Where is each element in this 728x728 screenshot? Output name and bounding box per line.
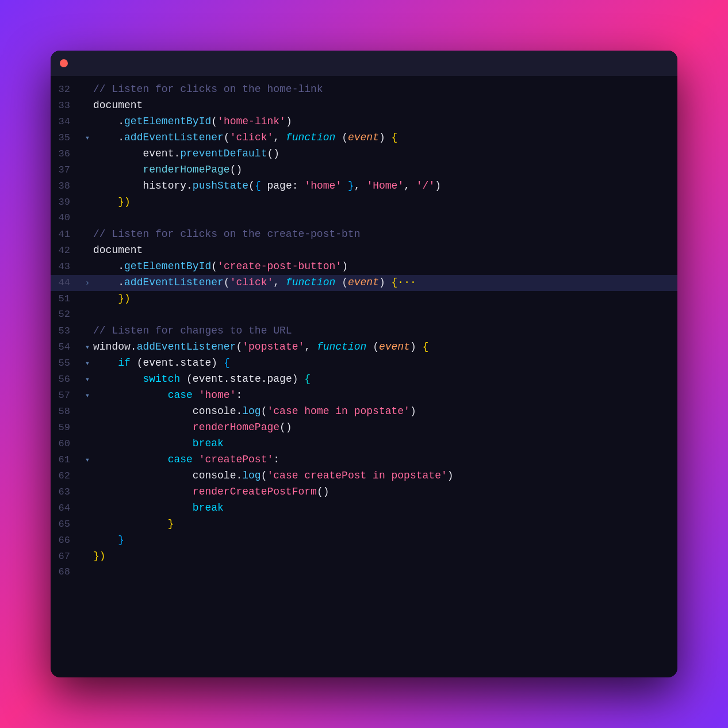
- line-number: 53: [51, 324, 82, 339]
- editor-window: 32// Listen for clicks on the home-link3…: [51, 51, 677, 677]
- line-number: 43: [51, 259, 82, 274]
- line-content: }): [93, 194, 677, 210]
- line-number: 41: [51, 227, 82, 242]
- line-number: 38: [51, 179, 82, 194]
- code-line: 60 break: [51, 436, 677, 452]
- line-number: 51: [51, 292, 82, 306]
- code-line: 63 renderCreatePostForm(): [51, 484, 677, 500]
- code-line: 37 renderHomePage(): [51, 162, 677, 178]
- code-line: 64 break: [51, 500, 677, 516]
- line-number: 40: [51, 210, 82, 225]
- line-number: 42: [51, 243, 82, 258]
- line-content: break: [93, 436, 677, 452]
- line-number: 67: [51, 549, 82, 564]
- line-content: break: [93, 500, 677, 516]
- line-content: window.addEventListener('popstate', func…: [93, 339, 677, 355]
- fold-icon[interactable]: ▾: [82, 374, 93, 386]
- code-line: 56▾ switch (event.state.page) {: [51, 371, 677, 388]
- line-number: 37: [51, 163, 82, 178]
- code-line: 51 }): [51, 291, 677, 307]
- line-number: 32: [51, 82, 82, 97]
- line-number: 34: [51, 114, 82, 129]
- code-line: 36 event.preventDefault(): [51, 146, 677, 162]
- code-line: 35▾ .addEventListener('click', function …: [51, 130, 677, 146]
- code-line: 32// Listen for clicks on the home-link: [51, 82, 677, 98]
- line-number: 55: [51, 356, 82, 371]
- traffic-light-close[interactable]: [60, 59, 68, 67]
- code-line: 57▾ case 'home':: [51, 388, 677, 404]
- code-line: 68: [51, 565, 677, 581]
- code-line: 59 renderHomePage(): [51, 420, 677, 436]
- fold-icon[interactable]: ▾: [82, 342, 93, 354]
- line-number: 60: [51, 436, 82, 451]
- code-line: 41// Listen for clicks on the create-pos…: [51, 227, 677, 243]
- code-line: 58 console.log('case home in popstate'): [51, 404, 677, 420]
- line-number: 57: [51, 388, 82, 403]
- code-line: 55▾ if (event.state) {: [51, 355, 677, 371]
- line-content: // Listen for changes to the URL: [93, 323, 677, 339]
- fold-icon[interactable]: ▾: [82, 132, 93, 145]
- line-content: .getElementById('create-post-button'): [93, 259, 677, 275]
- line-content: renderHomePage(): [93, 420, 677, 436]
- line-content: renderHomePage(): [93, 162, 677, 178]
- line-content: }): [93, 291, 677, 307]
- code-line: 40: [51, 210, 677, 227]
- code-line: 44› .addEventListener('click', function …: [51, 275, 677, 291]
- line-number: 44: [51, 275, 82, 290]
- line-number: 52: [51, 307, 82, 322]
- line-content: // Listen for clicks on the create-post-…: [93, 227, 677, 243]
- code-line: 34 .getElementById('home-link'): [51, 114, 677, 130]
- line-content: .addEventListener('click', function (eve…: [93, 275, 677, 291]
- code-line: 62 console.log('case createPost in popst…: [51, 468, 677, 484]
- line-content: console.log('case home in popstate'): [93, 404, 677, 420]
- line-content: console.log('case createPost in popstate…: [93, 468, 677, 484]
- code-line: 65 }: [51, 516, 677, 532]
- code-line: 53// Listen for changes to the URL: [51, 323, 677, 339]
- line-number: 33: [51, 98, 82, 113]
- fold-icon[interactable]: ▾: [82, 454, 93, 467]
- code-line: 61▾ case 'createPost':: [51, 452, 677, 468]
- line-number: 63: [51, 485, 82, 500]
- fold-icon[interactable]: ▾: [82, 390, 93, 403]
- line-number: 54: [51, 340, 82, 355]
- line-content: case 'home':: [93, 388, 677, 404]
- code-line: 43 .getElementById('create-post-button'): [51, 259, 677, 275]
- line-content: renderCreatePostForm(): [93, 484, 677, 500]
- code-line: 39 }): [51, 194, 677, 210]
- code-line: 54▾window.addEventListener('popstate', f…: [51, 339, 677, 355]
- line-content: event.preventDefault(): [93, 146, 677, 162]
- code-area: 32// Listen for clicks on the home-link3…: [51, 76, 677, 677]
- line-content: }: [93, 516, 677, 532]
- line-number: 66: [51, 533, 82, 548]
- title-bar: [51, 51, 677, 76]
- code-line: 42document: [51, 243, 677, 259]
- line-number: 68: [51, 565, 82, 580]
- line-number: 58: [51, 404, 82, 419]
- fold-icon[interactable]: ▾: [82, 358, 93, 370]
- line-content: if (event.state) {: [93, 355, 677, 371]
- line-number: 39: [51, 195, 82, 210]
- line-content: document: [93, 98, 677, 114]
- line-number: 62: [51, 469, 82, 484]
- line-number: 35: [51, 131, 82, 145]
- line-number: 65: [51, 517, 82, 532]
- line-number: 36: [51, 147, 82, 162]
- line-number: 59: [51, 420, 82, 435]
- code-line: 52: [51, 307, 677, 323]
- line-content: .getElementById('home-link'): [93, 114, 677, 130]
- line-content: // Listen for clicks on the home-link: [93, 82, 677, 98]
- line-content: }): [93, 549, 677, 565]
- code-line: 67}): [51, 549, 677, 565]
- line-number: 56: [51, 372, 82, 387]
- fold-icon[interactable]: ›: [82, 277, 93, 290]
- line-number: 61: [51, 453, 82, 468]
- code-line: 38 history.pushState({ page: 'home' }, '…: [51, 178, 677, 194]
- line-content: switch (event.state.page) {: [93, 371, 677, 388]
- line-content: case 'createPost':: [93, 452, 677, 468]
- line-number: 64: [51, 501, 82, 516]
- line-content: .addEventListener('click', function (eve…: [93, 130, 677, 146]
- code-line: 33document: [51, 98, 677, 114]
- code-line: 66 }: [51, 532, 677, 549]
- line-content: history.pushState({ page: 'home' }, 'Hom…: [93, 178, 677, 194]
- line-content: }: [93, 532, 677, 549]
